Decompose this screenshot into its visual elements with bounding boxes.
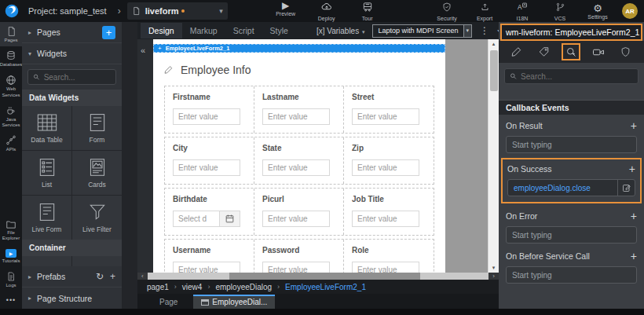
password-input[interactable] — [262, 262, 330, 273]
design-canvas-page[interactable]: + EmployeeLiveForm2_1 Employee Info Firs… — [153, 39, 445, 273]
form-field-birthdate[interactable]: Birthdate — [165, 189, 254, 235]
properties-search-input[interactable] — [521, 72, 633, 81]
edit-on-success-button[interactable] — [617, 180, 635, 196]
widget-tile-container-grid[interactable] — [22, 256, 71, 266]
jobtitle-input[interactable] — [352, 211, 419, 227]
widgets-search-input[interactable] — [44, 73, 111, 82]
form-field-jobtitle[interactable]: Job Title — [344, 189, 434, 235]
widget-tile-cards[interactable]: Cards — [72, 151, 122, 195]
markup-tab-button[interactable] — [507, 43, 526, 60]
security-tab-button[interactable] — [617, 43, 635, 60]
on-error-input[interactable] — [506, 226, 637, 244]
form-field-street[interactable]: Street — [344, 86, 434, 133]
breadcrumb-employeedialog[interactable]: employeeDialog — [215, 283, 272, 291]
widget-tile-live-filter[interactable]: Live Filter — [72, 196, 122, 240]
page-structure-header[interactable]: ▸ Page Structure — [22, 288, 122, 309]
preview-button[interactable]: ▶ Preview — [272, 1, 300, 21]
picurl-input[interactable] — [262, 211, 330, 227]
canvas-drop-zone[interactable] — [445, 39, 488, 273]
tour-button[interactable]: Tour — [353, 1, 382, 21]
bottom-tab-employeedialog[interactable]: EmployeeDial... — [193, 295, 275, 309]
rail-item-tutorials[interactable]: ▶ Tutorials — [0, 245, 22, 267]
on-before-service-call-input[interactable] — [506, 266, 637, 284]
form-field-picurl[interactable]: Picurl — [254, 189, 344, 235]
scroll-up-icon[interactable]: ▴ — [492, 39, 496, 49]
calendar-button[interactable] — [220, 211, 240, 227]
firstname-input[interactable] — [173, 108, 240, 125]
add-on-success-button[interactable]: + — [629, 163, 635, 174]
breadcrumb-employeeliveform[interactable]: EmployeeLiveForm2_1 — [285, 283, 366, 291]
devices-tab-button[interactable] — [589, 43, 608, 60]
scroll-down-icon[interactable]: ▾ — [492, 263, 496, 273]
city-input[interactable] — [173, 159, 240, 176]
breadcrumb-page1[interactable]: page1 — [147, 283, 169, 291]
form-field-password[interactable]: Password — [254, 240, 344, 273]
variables-button[interactable]: [x] Variables ▾ — [317, 27, 365, 35]
add-on-error-button[interactable]: + — [631, 211, 637, 222]
scroll-left-icon[interactable]: ‹ — [137, 273, 148, 280]
form-field-city[interactable]: City — [165, 137, 254, 184]
rail-item-file-explorer[interactable]: File Explorer — [0, 215, 22, 244]
on-success-value[interactable]: employeeDialog.close — [507, 179, 635, 196]
scroll-right-icon[interactable]: › — [488, 273, 499, 280]
widget-tile-live-form[interactable]: Live Form — [22, 196, 71, 240]
add-prefab-button[interactable]: + — [110, 271, 115, 282]
lastname-input[interactable] — [262, 108, 330, 125]
vertical-scrollbar[interactable]: ▴ ▾ — [488, 39, 499, 273]
rail-item-databases[interactable]: Databases — [0, 46, 22, 71]
events-tab-button[interactable] — [562, 43, 580, 60]
properties-tab-button[interactable] — [535, 43, 554, 60]
form-field-lastname[interactable]: Lastname — [254, 86, 344, 133]
breadcrumb-view4[interactable]: view4 — [182, 283, 203, 291]
tab-script[interactable]: Script — [225, 23, 262, 38]
rail-item-pages[interactable]: Pages — [0, 22, 22, 46]
security-button[interactable]: Security — [434, 1, 460, 21]
vcs-button[interactable]: VCS — [547, 1, 573, 21]
collapse-left-panel-icon[interactable]: « — [141, 46, 145, 55]
rail-item-web-services[interactable]: Web Services — [0, 71, 22, 101]
widgets-section-header[interactable]: ▾ Widgets — [22, 43, 122, 64]
form-field-username[interactable]: Username — [165, 240, 254, 273]
tab-design[interactable]: Design — [141, 23, 182, 38]
user-avatar[interactable]: AR — [622, 3, 638, 19]
tab-markup[interactable]: Markup — [182, 23, 225, 38]
add-on-result-button[interactable]: + — [631, 120, 637, 131]
more-options-icon[interactable]: ••• — [6, 291, 16, 309]
add-on-before-service-call-button[interactable]: + — [631, 251, 637, 262]
rail-item-java-services[interactable]: Java Services — [0, 101, 22, 131]
username-input[interactable] — [173, 262, 240, 273]
settings-button[interactable]: ⚙ Settings — [584, 3, 611, 20]
widget-tile-container-stack[interactable] — [72, 256, 122, 266]
widget-tile-form[interactable]: Form — [72, 106, 122, 150]
widget-tile-list[interactable]: List — [22, 151, 71, 195]
page-selector[interactable]: liveform ▾ — [127, 2, 228, 20]
rail-item-logs[interactable]: Logs — [0, 267, 22, 291]
zip-input[interactable] — [352, 159, 419, 176]
add-page-button[interactable]: + — [102, 26, 115, 39]
bottom-tab-page[interactable]: Page — [148, 295, 188, 309]
form-field-firstname[interactable]: Firstname — [165, 86, 254, 133]
role-input[interactable] — [352, 262, 419, 273]
street-input[interactable] — [352, 108, 419, 125]
i18n-button[interactable]: A I18N — [509, 1, 536, 21]
device-select[interactable]: Laptop with MDPI Screen ▾ — [372, 24, 472, 38]
form-field-role[interactable]: Role — [344, 240, 434, 273]
deploy-button[interactable]: Deploy — [313, 1, 341, 21]
refresh-prefabs-icon[interactable]: ↻ — [96, 271, 104, 282]
vertical-scroll-thumb[interactable] — [490, 50, 498, 91]
horizontal-scrollbar[interactable]: ‹ › — [137, 273, 499, 280]
prefabs-section-header[interactable]: ▸ Prefabs ↻ + — [22, 266, 122, 288]
form-field-state[interactable]: State — [254, 137, 344, 184]
state-input[interactable] — [262, 159, 330, 176]
selected-widget-bar[interactable]: + EmployeeLiveForm2_1 — [153, 44, 445, 53]
birthdate-input[interactable] — [173, 211, 220, 227]
pages-section-header[interactable]: ▸ Pages + — [22, 22, 122, 43]
widget-tile-data-table[interactable]: Data Table — [22, 106, 71, 150]
wavemaker-logo-icon[interactable] — [0, 4, 24, 18]
export-button[interactable]: Export — [471, 1, 498, 21]
on-result-input[interactable] — [506, 136, 637, 153]
horizontal-scroll-thumb[interactable] — [229, 273, 420, 280]
form-field-zip[interactable]: Zip — [344, 137, 434, 184]
tab-style[interactable]: Style — [262, 23, 296, 38]
kebab-menu-icon[interactable]: ⋮ — [480, 25, 489, 36]
